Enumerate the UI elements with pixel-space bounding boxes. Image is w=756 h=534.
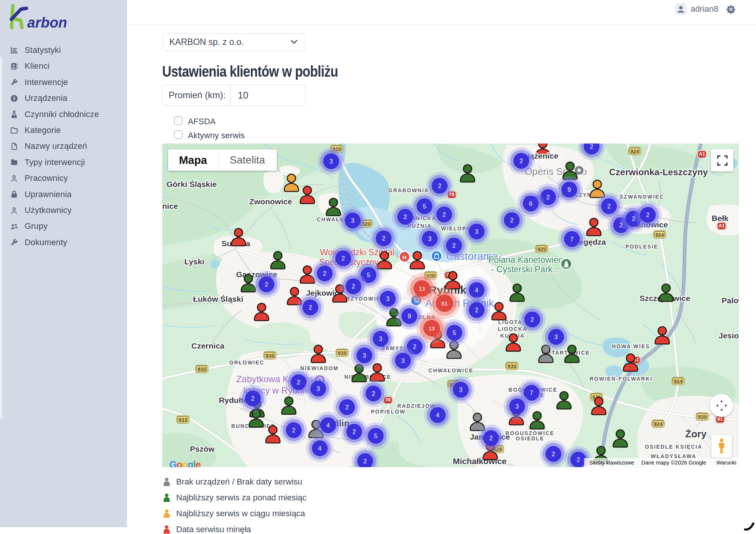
svg-text:2: 2: [323, 270, 327, 277]
svg-text:2: 2: [292, 427, 296, 434]
svg-text:Jesior: Jesior: [719, 331, 739, 340]
svg-text:3: 3: [401, 358, 405, 364]
svg-text:PODLESIE: PODLESIE: [626, 244, 658, 250]
svg-text:5: 5: [453, 330, 456, 336]
svg-text:4: 4: [436, 412, 440, 418]
svg-text:3: 3: [428, 236, 432, 242]
svg-text:POPIELÓW: POPIELÓW: [371, 408, 405, 415]
svg-text:2: 2: [577, 457, 580, 463]
svg-text:6: 6: [529, 201, 533, 207]
svg-text:4: 4: [475, 287, 479, 293]
svg-text:5: 5: [374, 433, 378, 439]
svg-text:13: 13: [419, 286, 425, 292]
svg-text:4: 4: [327, 422, 330, 429]
svg-text:Michałkowice: Michałkowice: [453, 457, 507, 466]
svg-text:5: 5: [367, 272, 370, 278]
svg-text:2: 2: [382, 235, 386, 242]
svg-text:2: 2: [404, 214, 407, 220]
svg-text:3: 3: [386, 296, 390, 302]
svg-text:2: 2: [364, 458, 367, 465]
svg-text:3: 3: [516, 403, 519, 410]
svg-text:2: 2: [353, 429, 356, 435]
svg-text:2: 2: [413, 344, 417, 350]
svg-text:935: 935: [266, 353, 274, 358]
svg-text:924: 924: [655, 232, 664, 238]
svg-text:935: 935: [198, 366, 206, 372]
svg-text:924: 924: [654, 421, 663, 427]
svg-text:933: 933: [179, 417, 187, 423]
svg-text:3: 3: [475, 228, 479, 235]
svg-text:2: 2: [452, 242, 456, 249]
svg-text:- Cysterski Park...: - Cysterski Park...: [491, 264, 559, 274]
svg-text:2: 2: [646, 212, 650, 218]
svg-text:4: 4: [318, 445, 322, 452]
svg-text:H: H: [403, 254, 407, 261]
svg-text:Zwonowice: Zwonowice: [249, 197, 292, 206]
svg-text:2: 2: [552, 451, 555, 457]
svg-text:ORŁOWIEC: ORŁOWIEC: [229, 360, 265, 366]
svg-text:Czernica: Czernica: [191, 341, 225, 350]
svg-text:2: 2: [607, 203, 611, 210]
svg-text:arbon: arbon: [27, 15, 67, 31]
svg-text:NOWA WIES: NOWA WIES: [612, 343, 650, 349]
svg-text:2: 2: [490, 435, 493, 441]
svg-text:61: 61: [442, 300, 448, 307]
svg-text:A1: A1: [719, 223, 725, 228]
svg-text:3: 3: [317, 386, 320, 392]
svg-text:5: 5: [423, 203, 426, 210]
svg-text:7: 7: [570, 236, 574, 242]
svg-text:Palow: Palow: [722, 296, 739, 305]
svg-text:2: 2: [443, 211, 446, 218]
svg-text:2: 2: [438, 183, 442, 189]
svg-text:2: 2: [531, 316, 534, 323]
svg-text:2: 2: [345, 404, 349, 411]
svg-text:2: 2: [251, 395, 255, 402]
svg-text:2: 2: [520, 158, 523, 164]
svg-text:81: 81: [717, 416, 723, 422]
svg-text:Górki Śląskie: Górki Śląskie: [166, 180, 217, 188]
svg-text:2: 2: [547, 194, 550, 201]
svg-text:935: 935: [508, 363, 516, 369]
svg-text:3: 3: [351, 218, 355, 224]
svg-text:9: 9: [568, 187, 571, 193]
svg-text:13: 13: [429, 325, 435, 332]
svg-text:3: 3: [555, 334, 558, 340]
svg-text:CHWAŁOWICE: CHWAŁOWICE: [429, 367, 474, 373]
svg-text:Czerwionka-Leszczyny: Czerwionka-Leszczyny: [609, 167, 708, 177]
svg-text:Lyski: Lyski: [184, 257, 204, 266]
svg-text:Żory: Żory: [685, 428, 707, 440]
svg-text:2: 2: [297, 379, 301, 386]
svg-text:nice: nice: [162, 202, 178, 210]
svg-text:924: 924: [674, 378, 683, 384]
svg-text:7: 7: [530, 390, 533, 396]
svg-text:2: 2: [265, 281, 268, 288]
svg-text:2: 2: [342, 255, 345, 262]
svg-text:3: 3: [379, 336, 383, 342]
svg-text:OSIEDLE KSIĘCIA: OSIEDLE KSIĘCIA: [645, 444, 702, 450]
svg-text:GRABOWNIA: GRABOWNIA: [388, 187, 429, 193]
svg-text:2: 2: [475, 307, 479, 313]
svg-text:SZWANOWIEC: SZWANOWIEC: [620, 194, 664, 200]
svg-text:2: 2: [352, 283, 355, 290]
svg-text:NIEWIADOM: NIEWIADOM: [300, 365, 338, 371]
svg-text:925: 925: [538, 246, 546, 252]
svg-text:Łuków Śląski: Łuków Śląski: [193, 295, 243, 303]
svg-text:3: 3: [330, 158, 333, 165]
svg-text:3: 3: [459, 387, 463, 393]
svg-text:2: 2: [510, 217, 514, 224]
svg-text:Pszów: Pszów: [190, 444, 215, 453]
svg-text:2: 2: [372, 390, 375, 397]
svg-text:OSIEDLE: OSIEDLE: [516, 435, 544, 441]
svg-text:9: 9: [408, 313, 411, 319]
svg-text:935: 935: [338, 350, 347, 356]
svg-text:3: 3: [363, 352, 366, 359]
svg-text:2: 2: [309, 304, 312, 311]
svg-text:Bełk: Bełk: [712, 214, 729, 222]
svg-text:Polana Kanetowiec: Polana Kanetowiec: [488, 255, 563, 265]
svg-text:935: 935: [698, 414, 707, 420]
svg-text:2: 2: [590, 144, 593, 150]
svg-text:ROWIEŃ-FOLWARKI: ROWIEŃ-FOLWARKI: [590, 376, 652, 382]
svg-text:A1: A1: [699, 151, 705, 157]
svg-text:924: 924: [631, 148, 639, 154]
